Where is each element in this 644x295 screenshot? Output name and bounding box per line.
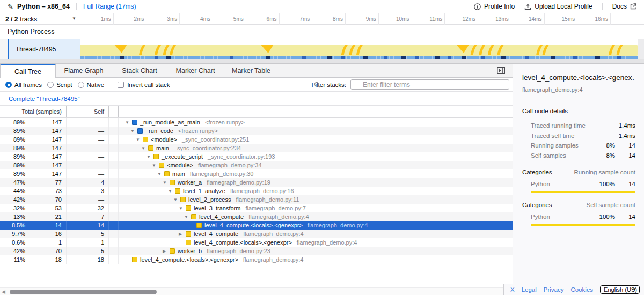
scroll-left-arrow-icon[interactable]: ◀: [2, 289, 5, 294]
source-location: flamegraph_demo.py:4: [308, 222, 368, 228]
process-track-header[interactable]: Python Process: [0, 25, 644, 39]
collapse-icon[interactable]: ▼: [147, 154, 153, 159]
column-total-samples[interactable]: Total (samples): [0, 106, 67, 117]
radio-native[interactable]: Native: [78, 82, 105, 88]
self-samples: —: [67, 144, 109, 152]
source-location: flamegraph_demo.py:4: [248, 213, 309, 220]
collapse-icon[interactable]: ▼: [163, 180, 170, 185]
footer-link-x[interactable]: X: [510, 286, 515, 293]
top-bar: ✎ Python – x86_64 Full Range (17ms) Prof…: [0, 0, 644, 13]
footer-link-cookies[interactable]: Cookies: [571, 286, 594, 293]
call-tree-row[interactable]: 47%774▼worker_aflamegraph_demo.py:19: [0, 178, 513, 187]
upload-profile-button[interactable]: Upload Local Profile: [524, 3, 592, 10]
thread-track[interactable]: Thread-78495: [0, 39, 644, 59]
tab-marker-table[interactable]: Marker Table: [223, 64, 279, 78]
divider: [602, 3, 603, 10]
expand-icon[interactable]: ▶: [163, 249, 170, 254]
self-samples: 5: [67, 230, 109, 238]
call-tree-row[interactable]: 42%70—▼level_2_processflamegraph_demo.py…: [0, 195, 513, 204]
call-tree-row[interactable]: 13%217▼level_4_computeflamegraph_demo.py…: [0, 212, 513, 221]
call-tree-row[interactable]: 11%1818level_4_compute.<locals>.<genexpr…: [0, 255, 513, 264]
total-percent: 89%: [0, 136, 28, 143]
collapse-icon[interactable]: ▼: [184, 215, 191, 219]
call-tree-row[interactable]: 89%147—▼<module>_sync_coordinator.py:251: [0, 135, 513, 144]
row-spacer: [109, 187, 119, 195]
breadcrumb-complete-thread[interactable]: Complete “Thread-78495”: [9, 95, 79, 102]
language-select[interactable]: English (US) ▼: [600, 285, 640, 294]
collapse-icon[interactable]: ▼: [125, 120, 132, 125]
row-spacer: [109, 204, 119, 212]
call-tree-row[interactable]: 9.7%165▶level_4_computeflamegraph_demo.p…: [0, 230, 513, 238]
sidebar-node-title: level_4_compute.<locals>.<genex…: [522, 73, 635, 82]
thread-track-label[interactable]: Thread-78495: [9, 39, 80, 59]
collapse-icon[interactable]: ▼: [168, 189, 175, 194]
self-samples: —: [67, 195, 109, 204]
source-location: flamegraph_demo.py:30: [190, 171, 254, 177]
call-tree-row[interactable]: 89%147—▼<module>flamegraph_demo.py:34: [0, 161, 513, 169]
tab-stack-chart[interactable]: Stack Chart: [112, 64, 167, 78]
horizontal-scrollbar[interactable]: ◀: [0, 287, 513, 295]
collapse-icon[interactable]: ▼: [141, 146, 148, 151]
tab-marker-chart[interactable]: Marker Chart: [167, 64, 223, 78]
scrollbar-thumb[interactable]: [10, 290, 157, 294]
track-scrollbar-gutter: [638, 39, 644, 59]
total-samples: 70: [28, 247, 67, 255]
full-range-tab[interactable]: Full Range (17ms): [83, 3, 136, 10]
tab-flame-graph[interactable]: Flame Graph: [56, 64, 112, 78]
total-samples: 70: [28, 195, 67, 204]
call-tree-row[interactable]: 0.6%11level_4_compute.<locals>.<genexpr>…: [0, 238, 513, 247]
collapse-icon[interactable]: ▼: [130, 129, 137, 134]
tab-call-tree[interactable]: Call Tree: [0, 64, 56, 78]
row-spacer: [109, 178, 119, 187]
self-samples: 18: [67, 255, 109, 264]
call-tree-row[interactable]: 89%147—▼_run_module_as_main<frozen runpy…: [0, 118, 513, 127]
filter-stacks-input[interactable]: [350, 79, 509, 90]
bottom-panel: Call TreeFlame GraphStack ChartMarker Ch…: [0, 64, 513, 295]
panel-splitter[interactable]: [0, 59, 644, 64]
collapse-icon[interactable]: ▼: [152, 163, 159, 168]
category-bar: [531, 191, 635, 193]
radio-icon: [5, 82, 12, 88]
time-tick: 8ms: [312, 13, 346, 25]
category-bar: [531, 224, 635, 226]
open-sidebar-icon[interactable]: [497, 67, 505, 74]
call-tree-row[interactable]: 89%147—▼_run_code<frozen runpy>: [0, 127, 513, 135]
radio-script[interactable]: Script: [47, 82, 72, 88]
docs-link[interactable]: Docs: [612, 3, 636, 10]
category-square-icon: [159, 163, 164, 168]
invert-call-stack-checkbox[interactable]: Invert call stack: [118, 82, 170, 88]
call-tree-row[interactable]: 32%5332▼level_3_transformflamegraph_demo…: [0, 204, 513, 212]
edit-pencil-icon[interactable]: ✎: [8, 3, 13, 11]
column-self[interactable]: Self: [67, 106, 109, 117]
collapse-icon[interactable]: ▼: [157, 172, 164, 176]
footer-link-privacy[interactable]: Privacy: [544, 286, 564, 293]
call-tree-row[interactable]: 8.5%1414level_4_compute.<locals>.<genexp…: [0, 221, 513, 230]
category-square-icon: [186, 240, 191, 245]
category-square-icon: [132, 120, 137, 125]
total-percent: 8.5%: [0, 222, 28, 228]
total-samples: 147: [28, 161, 67, 169]
thread-activity-graph[interactable]: [80, 39, 638, 59]
firefox-profiler-app: ✎ Python – x86_64 Full Range (17ms) Prof…: [0, 0, 644, 295]
expand-icon[interactable]: ▶: [179, 232, 186, 237]
collapse-icon[interactable]: ▼: [173, 197, 180, 202]
call-tree-row[interactable]: 89%147—▼main_sync_coordinator.py:234: [0, 144, 513, 152]
footer-link-legal[interactable]: Legal: [522, 286, 537, 293]
category-square-icon: [175, 188, 180, 194]
function-name: _run_module_as_main: [140, 119, 200, 126]
collapse-icon[interactable]: ▼: [179, 206, 186, 211]
call-tree-row[interactable]: 44%733▼level_1_analyzeflamegraph_demo.py…: [0, 187, 513, 195]
call-tree-row[interactable]: 42%705▶worker_bflamegraph_demo.py:23: [0, 247, 513, 255]
radio-all-frames[interactable]: All frames: [5, 82, 42, 88]
call-tree-row[interactable]: 89%147—▼_execute_script_sync_coordinator…: [0, 152, 513, 161]
collapse-icon[interactable]: ▼: [136, 137, 143, 142]
category-square-icon: [143, 137, 148, 142]
profile-info-button[interactable]: Profile Info: [474, 3, 515, 10]
total-samples: 77: [28, 178, 67, 187]
call-tree-row[interactable]: 89%147—▼mainflamegraph_demo.py:30: [0, 169, 513, 178]
tracks-dropdown-button[interactable]: 2 / 2 tracks ▼: [0, 13, 80, 25]
call-tree: 89%147—▼_run_module_as_main<frozen runpy…: [0, 118, 513, 264]
category-row: Python100%14: [522, 212, 635, 222]
function-name: level_4_compute.<locals>.<genexpr>: [194, 239, 292, 246]
call-node-sidebar: level_4_compute.<locals>.<genex… flamegr…: [513, 64, 644, 295]
